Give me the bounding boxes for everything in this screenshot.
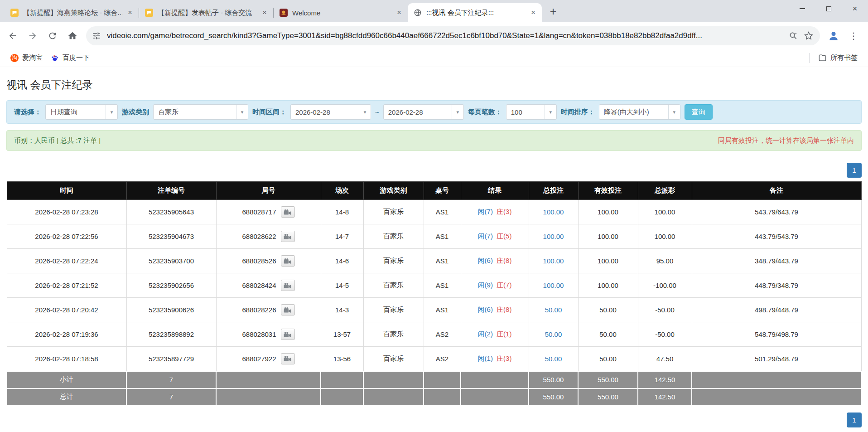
query-mode-select[interactable]: 日期查询 ▾ xyxy=(45,104,118,120)
filter-panel: 请选择： 日期查询 ▾ 游戏类别 百家乐 ▾ 时间区间： 2026-02-28 … xyxy=(6,100,862,124)
bet-table-no: AS1 xyxy=(424,224,461,249)
sort-order-select[interactable]: 降幂(由大到小) ▾ xyxy=(599,104,680,120)
forward-button[interactable] xyxy=(23,26,43,46)
valid-bet: 50.00 xyxy=(578,298,638,322)
url-bar[interactable]: videoie.com/game/betrecord_search/kind3?… xyxy=(86,26,820,45)
all-bookmarks-button[interactable]: 所有书签 xyxy=(814,51,862,65)
result-banker: 庄(3) xyxy=(497,208,511,215)
bet-game: 百家乐 xyxy=(363,224,424,249)
summary-panel: 币别：人民币 | 总共 :7 注单 | 同局有效投注，统一计算在该局第一张注单内 xyxy=(6,130,862,151)
time-range-label: 时间区间： xyxy=(252,108,286,116)
bet-table-no: AS1 xyxy=(424,273,461,298)
bet-session: 14-8 xyxy=(321,200,363,224)
bookmarks-bar: 淘 爱淘宝 百度一下 所有书签 xyxy=(0,49,868,67)
bookmark-star-icon[interactable] xyxy=(801,28,816,44)
bet-id: 523235905643 xyxy=(126,200,216,224)
close-button[interactable]: × xyxy=(842,0,868,17)
valid-bet: 100.00 xyxy=(578,273,638,298)
result-banker: 庄(3) xyxy=(497,354,511,362)
bet-result: 闲(1) 庄(3) xyxy=(461,347,529,371)
tab-bet-records[interactable]: :::视讯 会员下注纪录::: × xyxy=(408,3,542,22)
tab-forum-1[interactable]: 【新提醒】海燕策略论坛 - 综合... × xyxy=(5,3,139,22)
total-bet-link[interactable]: 100.00 xyxy=(543,257,564,265)
tab-close-icon[interactable]: × xyxy=(528,8,538,18)
maximize-icon xyxy=(826,6,831,11)
total-bet-link[interactable]: 50.00 xyxy=(545,330,562,338)
total-bet-link[interactable]: 100.00 xyxy=(543,282,564,289)
bet-table-no: AS1 xyxy=(424,249,461,273)
total-bet-link[interactable]: 100.00 xyxy=(543,208,564,216)
minimize-button[interactable] xyxy=(789,0,815,17)
video-camera-icon xyxy=(284,307,292,313)
chevron-down-icon[interactable]: ▾ xyxy=(452,105,463,119)
video-replay-button[interactable] xyxy=(281,206,295,218)
video-replay-button[interactable] xyxy=(281,255,295,267)
subtotal-label: 小计 xyxy=(7,371,126,388)
game-type-select[interactable]: 百家乐 ▾ xyxy=(153,104,248,120)
site-settings-icon[interactable] xyxy=(89,28,104,44)
tab-close-icon[interactable]: × xyxy=(125,8,135,18)
new-tab-button[interactable]: + xyxy=(545,4,561,19)
date-to-select[interactable]: 2026-02-28 ▾ xyxy=(383,104,464,120)
video-replay-button[interactable] xyxy=(281,231,295,242)
video-replay-button[interactable] xyxy=(281,304,295,316)
chevron-down-icon[interactable]: ▾ xyxy=(545,105,556,119)
tab-title: 【新提醒】发表帖子 - 综合交流 xyxy=(158,9,257,17)
video-replay-button[interactable] xyxy=(281,353,295,364)
bookmarks-divider xyxy=(809,53,810,63)
query-button[interactable]: 查询 xyxy=(685,104,713,120)
tab-forum-2[interactable]: 【新提醒】发表帖子 - 综合交流 × xyxy=(139,3,273,22)
currency-summary: 币别：人民币 | 总共 :7 注单 | xyxy=(14,136,101,145)
notice-text: 同局有效投注，统一计算在该局第一张注单内 xyxy=(718,136,854,145)
table-header: 时间 注单编号 局号 场次 游戏类别 桌号 结果 总投注 有效投注 总派彩 备注 xyxy=(7,182,861,200)
bet-game: 百家乐 xyxy=(363,273,424,298)
browser-menu-button[interactable]: ⋮ xyxy=(844,26,863,46)
reload-button[interactable] xyxy=(43,26,63,46)
payout: 47.50 xyxy=(638,347,692,371)
page-size-select[interactable]: 100 ▾ xyxy=(506,104,557,120)
total-total-bet: 550.00 xyxy=(529,388,578,406)
subtotal-count: 7 xyxy=(126,371,216,388)
valid-bet: 100.00 xyxy=(578,224,638,249)
payout: 95.00 xyxy=(638,249,692,273)
tab-welcome[interactable]: Welcome × xyxy=(274,3,408,22)
home-button[interactable] xyxy=(63,26,82,46)
tab-close-icon[interactable]: × xyxy=(260,8,270,18)
note: 448.79/348.79 xyxy=(692,273,861,298)
total-row: 总计 7 550.00 550.00 142.50 xyxy=(7,388,861,406)
search-lens-icon[interactable] xyxy=(786,28,801,44)
round-id: 688028031 xyxy=(242,330,276,338)
bet-result: 闲(7) 庄(3) xyxy=(461,200,529,224)
maximize-button[interactable] xyxy=(815,0,842,17)
total-bet-link[interactable]: 50.00 xyxy=(545,355,562,363)
note: 348.79/443.79 xyxy=(692,249,861,273)
chevron-down-icon[interactable]: ▾ xyxy=(236,105,248,119)
valid-bet: 100.00 xyxy=(578,200,638,224)
result-player: 闲(7) xyxy=(478,232,493,240)
payout: 100.00 xyxy=(638,200,692,224)
chevron-down-icon[interactable]: ▾ xyxy=(668,105,680,119)
result-banker: 庄(7) xyxy=(497,281,511,289)
chevron-down-icon[interactable]: ▾ xyxy=(106,105,117,119)
bookmark-baidu[interactable]: 百度一下 xyxy=(47,51,94,65)
total-bet-link[interactable]: 50.00 xyxy=(545,306,562,314)
url-text[interactable]: videoie.com/game/betrecord_search/kind3?… xyxy=(107,31,783,40)
bookmark-taobao[interactable]: 淘 爱淘宝 xyxy=(6,51,47,65)
profile-avatar[interactable] xyxy=(824,26,844,46)
bet-time: 2026-02-28 07:21:52 xyxy=(7,273,126,298)
sort-order-label: 时间排序： xyxy=(561,108,595,116)
date-from-select[interactable]: 2026-02-28 ▾ xyxy=(290,104,371,120)
result-banker: 庄(5) xyxy=(497,232,511,240)
chevron-down-icon[interactable]: ▾ xyxy=(359,105,371,119)
round-id: 688027922 xyxy=(242,355,276,363)
tab-close-icon[interactable]: × xyxy=(394,8,404,18)
bet-round: 688028424 xyxy=(216,273,321,298)
bet-round: 688028226 xyxy=(216,298,321,322)
page-number-button[interactable]: 1 xyxy=(847,413,862,427)
page-number-button[interactable]: 1 xyxy=(847,163,862,178)
video-replay-button[interactable] xyxy=(281,329,295,340)
back-button[interactable] xyxy=(3,26,23,46)
total-bet-link[interactable]: 100.00 xyxy=(543,233,564,240)
video-replay-button[interactable] xyxy=(281,280,295,291)
result-player: 闲(7) xyxy=(478,208,493,215)
